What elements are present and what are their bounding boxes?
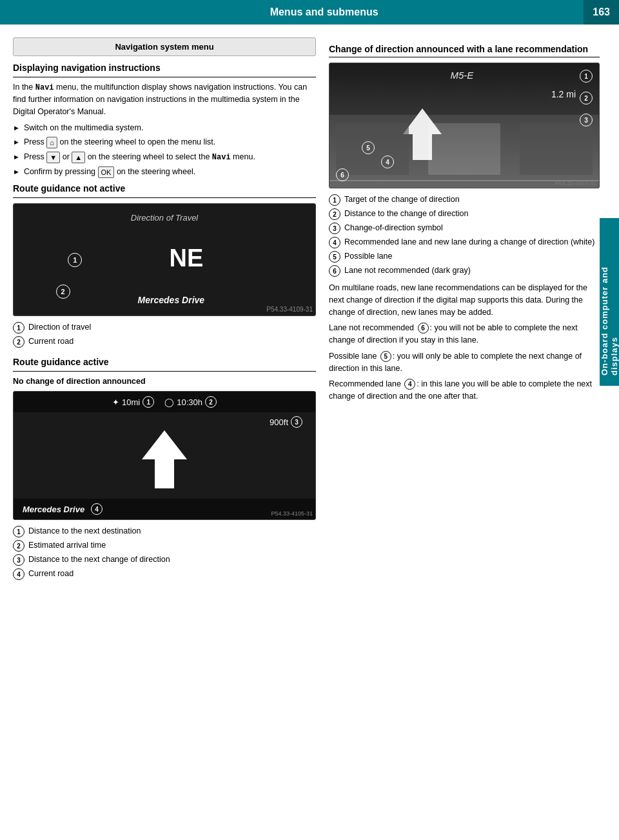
- header-title: Menus and submenus: [13, 6, 584, 18]
- route-active-heading: Route guidance active: [13, 357, 316, 367]
- no-change-caption-1: 1 Distance to the next destination: [13, 525, 316, 537]
- up-button: ▲: [72, 152, 85, 164]
- caption-text-1: Direction of travel: [28, 321, 91, 334]
- right-caption-2: 2 Distance to the change of direction: [329, 208, 600, 220]
- distance-value: 900ft: [270, 417, 288, 427]
- right-body-4: Recommended lane 4: in this lane you wil…: [329, 378, 600, 403]
- road-label: Mercedes Drive: [138, 295, 205, 305]
- route-title: M5-E: [450, 70, 473, 81]
- right-badge-4: 4: [381, 155, 394, 168]
- right-badge-6: 6: [336, 168, 349, 181]
- bullet-text-2: Press ⌂ on the steering wheel to open th…: [24, 136, 215, 148]
- no-change-circle-4: 4: [13, 568, 25, 580]
- right-circle-1: 1: [329, 194, 340, 206]
- no-change-image-box: ✦ 10mi 1 ◯ 10:30h 2 900ft 3: [13, 391, 316, 520]
- right-badge-2: 2: [580, 92, 593, 105]
- nav-top-bar: ✦ 10mi 1 ◯ 10:30h 2: [14, 392, 315, 412]
- right-text-2: Distance to the change of direction: [344, 208, 468, 220]
- right-distance: 1.2 mi: [551, 89, 576, 99]
- navi-code-1: Navi: [35, 83, 54, 92]
- page-number: 163: [584, 0, 619, 25]
- side-tab: On-board computer and displays: [600, 218, 619, 386]
- route-not-active-heading: Route guidance not active: [13, 183, 316, 194]
- right-circle-3: 3: [329, 223, 340, 234]
- bullet-text-4: Confirm by pressing OK on the steering w…: [24, 166, 195, 178]
- no-change-caption-2: 2 Estimated arrival time: [13, 539, 316, 552]
- navi-code-2: Navi: [212, 153, 231, 162]
- no-change-heading: No change of direction announced: [13, 377, 316, 386]
- right-caption-5: 5 Possible lane: [329, 250, 600, 263]
- svg-marker-0: [142, 430, 187, 488]
- bullet-item-3: ► Press ▼ or ▲ on the steering wheel to …: [13, 151, 316, 163]
- left-column: Navigation system menu Displaying naviga…: [13, 37, 316, 582]
- no-change-circle-2: 2: [13, 540, 25, 552]
- inline-circle-5: 5: [380, 351, 391, 362]
- route-badge-1: 1: [68, 253, 82, 267]
- dist-val: 10mi: [122, 397, 140, 407]
- route-not-active-divider: [13, 197, 316, 198]
- right-caption-6: 6 Lane not recommended (dark gray): [329, 265, 600, 277]
- no-change-caption-3: 3 Distance to the next change of directi…: [13, 554, 316, 566]
- right-circle-2: 2: [329, 208, 340, 220]
- bullet-text-3: Press ▼ or ▲ on the steering wheel to se…: [24, 151, 255, 163]
- right-circle-5: 5: [329, 251, 340, 263]
- right-text-3: Change-of-direction symbol: [344, 222, 443, 234]
- route-active-divider: [13, 371, 316, 372]
- right-badge-5: 5: [362, 141, 375, 154]
- change-direction-divider: [329, 57, 600, 57]
- nav-badge-3: 3: [291, 416, 302, 428]
- section1-body: In the Navi menu, the multifunction disp…: [13, 81, 316, 118]
- no-change-text-2: Estimated arrival time: [28, 539, 106, 552]
- ne-text: NE: [170, 245, 204, 272]
- nav-top-left: ✦ 10mi 1: [112, 396, 154, 408]
- no-change-caption-4: 4 Current road: [13, 568, 316, 580]
- right-text-4: Recommended lane and new lane during a c…: [344, 236, 594, 248]
- inline-circle-6: 6: [418, 323, 429, 334]
- right-body-3: Possible lane 5: you will only be able t…: [329, 350, 600, 375]
- road-name-label: Mercedes Drive: [23, 505, 84, 514]
- nav-top-right: ◯ 10:30h 2: [164, 396, 217, 408]
- main-content: Navigation system menu Displaying naviga…: [0, 25, 619, 595]
- right-body-1: On multilane roads, new lane recommendat…: [329, 282, 600, 318]
- nav-bottom-label: Mercedes Drive 4: [14, 499, 315, 519]
- no-change-text-1: Distance to the next destination: [28, 525, 141, 537]
- right-column: Change of direction announced with a lan…: [329, 37, 600, 582]
- nav-menu-box: Navigation system menu: [13, 37, 316, 56]
- right-text-5: Possible lane: [344, 250, 392, 263]
- right-nav-ref: P54.33-4543-31: [555, 180, 596, 186]
- time-val: 10:30h: [177, 397, 202, 407]
- route-image-ref: P54.33-4109-31: [266, 306, 313, 313]
- down-button: ▼: [46, 152, 60, 164]
- right-badge-1: 1: [580, 70, 593, 83]
- bullet-arrow-4: ►: [13, 166, 20, 177]
- right-caption-1: 1 Target of the change of direction: [329, 194, 600, 206]
- header-bar: Menus and submenus 163: [0, 0, 619, 25]
- bullet-item-4: ► Confirm by pressing OK on the steering…: [13, 166, 316, 178]
- right-caption-4: 4 Recommended lane and new lane during a…: [329, 236, 600, 248]
- direction-arrow: [142, 430, 187, 490]
- clock-icon: ◯: [164, 397, 174, 407]
- distance-indicator: 900ft 3: [270, 416, 302, 428]
- right-body-2: Lane not recommended 6: you will not be …: [329, 322, 600, 346]
- compass-icon: ✦: [112, 397, 119, 407]
- caption-circle-2: 2: [13, 336, 25, 348]
- right-caption-3: 3 Change-of-direction symbol: [329, 222, 600, 234]
- direction-label: Direction of Travel: [131, 213, 199, 223]
- bullet-arrow-2: ►: [13, 137, 20, 148]
- bullet-arrow-1: ►: [13, 123, 20, 134]
- no-change-text-4: Current road: [28, 568, 74, 580]
- bullet-arrow-3: ►: [13, 152, 20, 163]
- home-button: ⌂: [46, 137, 57, 149]
- right-text-6: Lane not recommended (dark gray): [344, 265, 471, 277]
- bullet-text-1: Switch on the multimedia system.: [24, 122, 144, 134]
- section1-heading: Displaying navigation instructions: [13, 63, 316, 73]
- nav-badge-2: 2: [205, 396, 217, 408]
- right-badge-3: 3: [580, 114, 593, 126]
- ok-button: OK: [98, 166, 115, 179]
- change-direction-heading: Change of direction announced with a lan…: [329, 44, 600, 54]
- caption-2: 2 Current road: [13, 335, 316, 348]
- no-change-circle-1: 1: [13, 526, 25, 537]
- nav-badge-1: 1: [142, 396, 154, 408]
- bullet-item-2: ► Press ⌂ on the steering wheel to open …: [13, 136, 316, 148]
- caption-text-2: Current road: [28, 335, 74, 348]
